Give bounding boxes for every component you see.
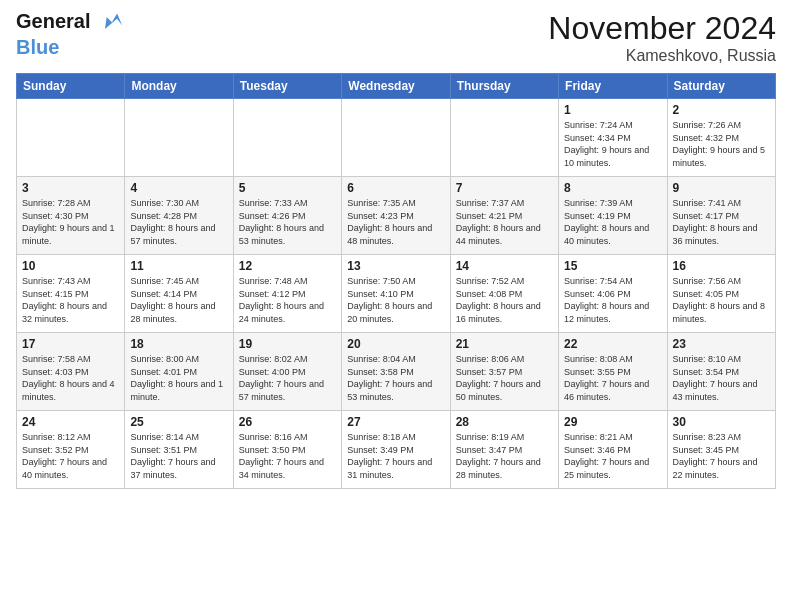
logo-blue: Blue — [16, 36, 124, 58]
table-row: 11 Sunrise: 7:45 AMSunset: 4:14 PMDaylig… — [125, 255, 233, 333]
day-number: 22 — [564, 337, 661, 351]
day-info: Sunrise: 7:28 AMSunset: 4:30 PMDaylight:… — [22, 197, 119, 247]
day-info: Sunrise: 8:08 AMSunset: 3:55 PMDaylight:… — [564, 353, 661, 403]
day-info: Sunrise: 8:21 AMSunset: 3:46 PMDaylight:… — [564, 431, 661, 481]
day-number: 8 — [564, 181, 661, 195]
day-info: Sunrise: 7:39 AMSunset: 4:19 PMDaylight:… — [564, 197, 661, 247]
day-info: Sunrise: 7:41 AMSunset: 4:17 PMDaylight:… — [673, 197, 770, 247]
calendar-week-row: 17 Sunrise: 7:58 AMSunset: 4:03 PMDaylig… — [17, 333, 776, 411]
day-number: 12 — [239, 259, 336, 273]
table-row: 15 Sunrise: 7:54 AMSunset: 4:06 PMDaylig… — [559, 255, 667, 333]
day-info: Sunrise: 7:54 AMSunset: 4:06 PMDaylight:… — [564, 275, 661, 325]
calendar-week-row: 10 Sunrise: 7:43 AMSunset: 4:15 PMDaylig… — [17, 255, 776, 333]
header-friday: Friday — [559, 74, 667, 99]
table-row: 4 Sunrise: 7:30 AMSunset: 4:28 PMDayligh… — [125, 177, 233, 255]
table-row: 17 Sunrise: 7:58 AMSunset: 4:03 PMDaylig… — [17, 333, 125, 411]
day-number: 3 — [22, 181, 119, 195]
day-number: 9 — [673, 181, 770, 195]
table-row: 28 Sunrise: 8:19 AMSunset: 3:47 PMDaylig… — [450, 411, 558, 489]
day-info: Sunrise: 7:45 AMSunset: 4:14 PMDaylight:… — [130, 275, 227, 325]
table-row: 6 Sunrise: 7:35 AMSunset: 4:23 PMDayligh… — [342, 177, 450, 255]
table-row: 13 Sunrise: 7:50 AMSunset: 4:10 PMDaylig… — [342, 255, 450, 333]
day-number: 15 — [564, 259, 661, 273]
page-header: General Blue November 2024 Kameshkovo, R… — [16, 10, 776, 65]
table-row: 9 Sunrise: 7:41 AMSunset: 4:17 PMDayligh… — [667, 177, 775, 255]
header-monday: Monday — [125, 74, 233, 99]
day-info: Sunrise: 7:48 AMSunset: 4:12 PMDaylight:… — [239, 275, 336, 325]
day-number: 29 — [564, 415, 661, 429]
day-info: Sunrise: 7:50 AMSunset: 4:10 PMDaylight:… — [347, 275, 444, 325]
table-row: 25 Sunrise: 8:14 AMSunset: 3:51 PMDaylig… — [125, 411, 233, 489]
day-info: Sunrise: 7:24 AMSunset: 4:34 PMDaylight:… — [564, 119, 661, 169]
day-number: 23 — [673, 337, 770, 351]
day-info: Sunrise: 8:16 AMSunset: 3:50 PMDaylight:… — [239, 431, 336, 481]
day-info: Sunrise: 8:23 AMSunset: 3:45 PMDaylight:… — [673, 431, 770, 481]
calendar-table: Sunday Monday Tuesday Wednesday Thursday… — [16, 73, 776, 489]
month-title: November 2024 — [548, 10, 776, 47]
day-info: Sunrise: 8:10 AMSunset: 3:54 PMDaylight:… — [673, 353, 770, 403]
day-info: Sunrise: 7:26 AMSunset: 4:32 PMDaylight:… — [673, 119, 770, 169]
calendar-week-row: 1 Sunrise: 7:24 AMSunset: 4:34 PMDayligh… — [17, 99, 776, 177]
table-row: 21 Sunrise: 8:06 AMSunset: 3:57 PMDaylig… — [450, 333, 558, 411]
day-number: 20 — [347, 337, 444, 351]
day-info: Sunrise: 7:43 AMSunset: 4:15 PMDaylight:… — [22, 275, 119, 325]
logo-text: General — [16, 10, 124, 36]
table-row: 1 Sunrise: 7:24 AMSunset: 4:34 PMDayligh… — [559, 99, 667, 177]
day-info: Sunrise: 7:52 AMSunset: 4:08 PMDaylight:… — [456, 275, 553, 325]
table-row — [342, 99, 450, 177]
day-number: 5 — [239, 181, 336, 195]
table-row: 30 Sunrise: 8:23 AMSunset: 3:45 PMDaylig… — [667, 411, 775, 489]
table-row: 14 Sunrise: 7:52 AMSunset: 4:08 PMDaylig… — [450, 255, 558, 333]
location: Kameshkovo, Russia — [548, 47, 776, 65]
table-row: 7 Sunrise: 7:37 AMSunset: 4:21 PMDayligh… — [450, 177, 558, 255]
day-number: 1 — [564, 103, 661, 117]
calendar-week-row: 24 Sunrise: 8:12 AMSunset: 3:52 PMDaylig… — [17, 411, 776, 489]
title-block: November 2024 Kameshkovo, Russia — [548, 10, 776, 65]
table-row: 3 Sunrise: 7:28 AMSunset: 4:30 PMDayligh… — [17, 177, 125, 255]
day-number: 28 — [456, 415, 553, 429]
day-info: Sunrise: 8:02 AMSunset: 4:00 PMDaylight:… — [239, 353, 336, 403]
day-number: 26 — [239, 415, 336, 429]
table-row: 2 Sunrise: 7:26 AMSunset: 4:32 PMDayligh… — [667, 99, 775, 177]
logo-icon — [98, 10, 124, 36]
day-info: Sunrise: 8:00 AMSunset: 4:01 PMDaylight:… — [130, 353, 227, 403]
table-row: 5 Sunrise: 7:33 AMSunset: 4:26 PMDayligh… — [233, 177, 341, 255]
day-number: 11 — [130, 259, 227, 273]
page-container: General Blue November 2024 Kameshkovo, R… — [0, 0, 792, 499]
table-row — [450, 99, 558, 177]
day-info: Sunrise: 8:19 AMSunset: 3:47 PMDaylight:… — [456, 431, 553, 481]
day-number: 10 — [22, 259, 119, 273]
day-number: 25 — [130, 415, 227, 429]
table-row: 19 Sunrise: 8:02 AMSunset: 4:00 PMDaylig… — [233, 333, 341, 411]
day-number: 4 — [130, 181, 227, 195]
day-number: 6 — [347, 181, 444, 195]
table-row: 20 Sunrise: 8:04 AMSunset: 3:58 PMDaylig… — [342, 333, 450, 411]
day-info: Sunrise: 7:33 AMSunset: 4:26 PMDaylight:… — [239, 197, 336, 247]
table-row: 24 Sunrise: 8:12 AMSunset: 3:52 PMDaylig… — [17, 411, 125, 489]
header-tuesday: Tuesday — [233, 74, 341, 99]
header-wednesday: Wednesday — [342, 74, 450, 99]
calendar-week-row: 3 Sunrise: 7:28 AMSunset: 4:30 PMDayligh… — [17, 177, 776, 255]
day-info: Sunrise: 8:06 AMSunset: 3:57 PMDaylight:… — [456, 353, 553, 403]
calendar-header-row: Sunday Monday Tuesday Wednesday Thursday… — [17, 74, 776, 99]
table-row: 12 Sunrise: 7:48 AMSunset: 4:12 PMDaylig… — [233, 255, 341, 333]
table-row: 18 Sunrise: 8:00 AMSunset: 4:01 PMDaylig… — [125, 333, 233, 411]
day-info: Sunrise: 7:30 AMSunset: 4:28 PMDaylight:… — [130, 197, 227, 247]
day-number: 7 — [456, 181, 553, 195]
table-row: 26 Sunrise: 8:16 AMSunset: 3:50 PMDaylig… — [233, 411, 341, 489]
day-info: Sunrise: 8:14 AMSunset: 3:51 PMDaylight:… — [130, 431, 227, 481]
day-info: Sunrise: 7:35 AMSunset: 4:23 PMDaylight:… — [347, 197, 444, 247]
table-row — [233, 99, 341, 177]
table-row: 23 Sunrise: 8:10 AMSunset: 3:54 PMDaylig… — [667, 333, 775, 411]
day-info: Sunrise: 7:56 AMSunset: 4:05 PMDaylight:… — [673, 275, 770, 325]
day-number: 13 — [347, 259, 444, 273]
table-row: 22 Sunrise: 8:08 AMSunset: 3:55 PMDaylig… — [559, 333, 667, 411]
day-number: 30 — [673, 415, 770, 429]
table-row: 29 Sunrise: 8:21 AMSunset: 3:46 PMDaylig… — [559, 411, 667, 489]
day-number: 19 — [239, 337, 336, 351]
table-row: 10 Sunrise: 7:43 AMSunset: 4:15 PMDaylig… — [17, 255, 125, 333]
table-row: 27 Sunrise: 8:18 AMSunset: 3:49 PMDaylig… — [342, 411, 450, 489]
table-row — [17, 99, 125, 177]
header-sunday: Sunday — [17, 74, 125, 99]
svg-marker-0 — [105, 13, 122, 29]
